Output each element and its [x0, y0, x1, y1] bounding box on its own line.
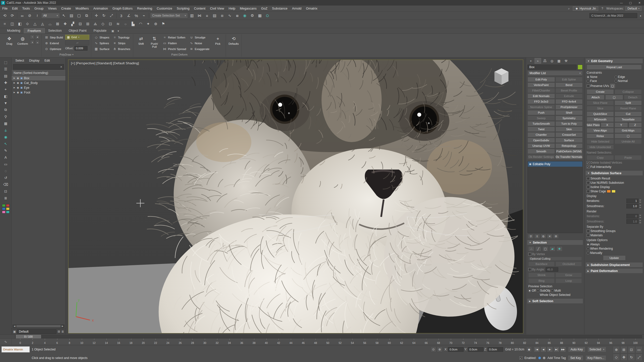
repeat-last-button[interactable]: Repeat Last: [587, 65, 642, 70]
modifier-button[interactable]: CreaseSet: [555, 132, 583, 137]
modifier-button[interactable]: Turn to Poly: [555, 121, 583, 126]
paint-deform-tool-button[interactable]: ∪ Smudge: [188, 35, 211, 40]
modifier-button[interactable]: Shell: [555, 110, 583, 115]
motion-tab[interactable]: ◎: [549, 58, 555, 64]
scrollbar-thumb[interactable]: [16, 325, 61, 327]
ribbon-tab[interactable]: Object Paint: [65, 28, 90, 33]
edit-named-sets-icon[interactable]: ▥: [188, 12, 195, 19]
snapshot-icon[interactable]: ⊡: [2, 188, 10, 194]
viewport-label[interactable]: [+] [Perspective] [Standard] [Default Sh…: [71, 61, 139, 65]
filter-icon[interactable]: ▼: [2, 100, 10, 106]
modifier-button[interactable]: Ox Transfer Normals: [555, 154, 583, 159]
menu-item[interactable]: Rendering: [135, 6, 154, 11]
workspace-selector[interactable]: Default▾: [625, 6, 641, 11]
undo-view-icon[interactable]: ↺: [2, 174, 10, 181]
full-interactivity-checkbox[interactable]: ✓: [587, 165, 590, 168]
palette-color[interactable]: [2, 211, 6, 213]
expand-arrow-icon[interactable]: ▶: [13, 86, 16, 89]
align-icon[interactable]: ≡: [204, 12, 211, 19]
object-color-swatch[interactable]: [578, 65, 583, 70]
make-unique-icon[interactable]: ⧉: [541, 234, 546, 239]
menu-item[interactable]: Content: [192, 6, 208, 11]
menu-item[interactable]: Scripting: [175, 6, 192, 11]
spin-down-icon[interactable]: ▼: [639, 222, 642, 224]
menu-item[interactable]: GoZ: [259, 6, 270, 11]
edit-geometry-button[interactable]: Tessellate: [615, 117, 642, 122]
palette-color[interactable]: [6, 204, 10, 207]
offset-field[interactable]: 0.009: [74, 46, 88, 51]
ribbon-tab[interactable]: Populate: [90, 28, 110, 33]
menu-item[interactable]: Megascans: [238, 6, 259, 11]
ribbon-tab[interactable]: Freeform: [24, 28, 45, 33]
materials-checkbox[interactable]: [587, 234, 590, 237]
explorer-search[interactable]: ✕: [13, 64, 64, 70]
ribbon-toggle-icon[interactable]: ⧈: [219, 12, 226, 19]
enabled-checkbox[interactable]: ✓: [519, 356, 522, 359]
delete-icon[interactable]: ⌫: [2, 181, 10, 188]
paint-deform-tool-button[interactable]: ▭ Flatten: [162, 40, 187, 46]
constraint-radio[interactable]: [587, 80, 589, 82]
display-tab[interactable]: ▦: [556, 58, 562, 64]
display-smoothness-field[interactable]: 1.0: [626, 204, 638, 208]
modifier-button[interactable]: Normalize Spline: [528, 105, 555, 110]
modifier-button[interactable]: Smooth: [528, 149, 555, 154]
explorer-search-input[interactable]: [15, 65, 59, 69]
modifier-button[interactable]: Edit Normals: [528, 94, 555, 99]
material-editor-icon[interactable]: ◉: [241, 12, 248, 19]
scroll-right-icon[interactable]: ▶: [61, 325, 64, 327]
active-layer-field[interactable]: Default: [17, 329, 56, 334]
key-mode-toggle-icon[interactable]: ◆: [526, 347, 532, 352]
menu-item[interactable]: Help: [226, 6, 238, 11]
explorer-column-header[interactable]: Name (Sorted Ascending): [12, 70, 65, 76]
help-icon[interactable]: ?: [600, 7, 605, 10]
modifier-button[interactable]: Fillet/Chamfer: [528, 88, 555, 93]
delete-isolated-checkbox[interactable]: ✓: [587, 161, 590, 164]
snap-grid-icon[interactable]: ⌓: [47, 20, 54, 27]
snap-pivot-icon[interactable]: ◬: [39, 20, 46, 27]
view-cube[interactable]: [494, 68, 508, 85]
by-vertex-checkbox[interactable]: [528, 253, 531, 256]
menu-item[interactable]: Group: [32, 6, 46, 11]
select-object-icon[interactable]: ↖: [60, 12, 67, 19]
add-layer-icon[interactable]: ⊞: [58, 330, 60, 333]
spin-down-icon[interactable]: ▼: [639, 206, 642, 208]
visibility-icon[interactable]: ◉: [17, 91, 19, 94]
snap-vertex-icon[interactable]: ◫: [9, 20, 16, 27]
spin-down-icon[interactable]: ▼: [639, 216, 642, 218]
menu-item[interactable]: Views: [46, 6, 59, 11]
user-account-button[interactable]: ☻ Hyunsuk Jin: [573, 6, 598, 11]
topology-tool-button[interactable]: ≡ Strips: [112, 40, 131, 46]
menu-item[interactable]: Animation: [91, 6, 110, 11]
viewport-layout-icon[interactable]: ⬚: [2, 59, 10, 65]
edit-geometry-button[interactable]: Cut: [615, 111, 642, 116]
edit-geometry-button[interactable]: Unhide All: [615, 139, 642, 144]
zoom-extents-icon[interactable]: ⊡: [628, 346, 635, 353]
defaults-button[interactable]: ⟲ Defaults: [228, 35, 240, 47]
menu-item[interactable]: Modifiers: [73, 6, 91, 11]
modifier-button[interactable]: Edit Poly: [528, 77, 555, 82]
shape-tool-icon[interactable]: ◇: [99, 20, 106, 27]
update-option-radio[interactable]: [587, 247, 589, 250]
polydraw-tool-button[interactable]: ⊞ Step Build: [44, 35, 64, 40]
list-item[interactable]: ▶ ◉ ▣ Foot: [12, 90, 65, 95]
mini-curve-editor-button[interactable]: ∿: [0, 339, 12, 345]
y-coordinate-field[interactable]: 0.0cm: [468, 347, 484, 352]
conform-relax-icon[interactable]: ◕: [35, 35, 40, 39]
layer-list-icon[interactable]: ≣: [61, 330, 64, 333]
edit-geometry-button[interactable]: X: [601, 122, 614, 127]
edit-geometry-button[interactable]: Reset Plane: [615, 106, 642, 111]
backface-button[interactable]: Backface: [528, 261, 555, 266]
visibility-icon[interactable]: ◉: [17, 81, 19, 84]
spinner-snap-icon[interactable]: ⌁: [140, 12, 147, 19]
edit-geometry-button[interactable]: Y: [615, 122, 628, 127]
visibility-icon[interactable]: ◉: [17, 77, 19, 79]
visibility-icon[interactable]: ◉: [17, 86, 19, 89]
maximize-button[interactable]: ▢: [626, 0, 635, 6]
expand-arrow-icon[interactable]: ▶: [13, 77, 16, 79]
modifier-button[interactable]: ProOptimizer: [555, 105, 583, 110]
conform-button[interactable]: ◍ Conform: [17, 35, 29, 47]
list-item[interactable]: ▶ ◉ ▣ Box: [12, 76, 65, 80]
occluded-button[interactable]: Occluded: [555, 261, 582, 266]
update-option-radio[interactable]: [587, 243, 589, 246]
conform-brush-icon[interactable]: ◔: [30, 35, 34, 39]
